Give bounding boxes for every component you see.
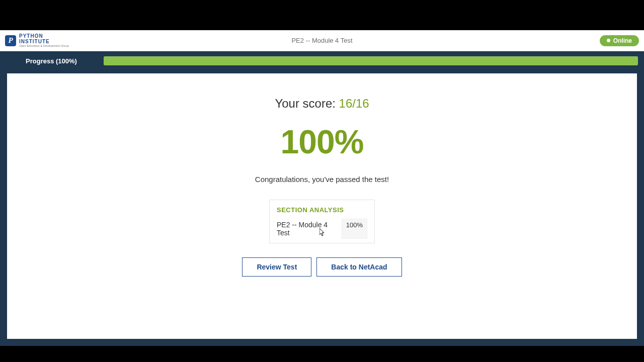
progress-fill xyxy=(104,57,637,65)
status-label: Online xyxy=(613,37,632,44)
button-row: Review Test Back to NetAcad xyxy=(242,257,401,277)
page-title: PE2 -- Module 4 Test xyxy=(291,37,352,44)
stage-wrap: Your score: 16/16 100% Congratulations, … xyxy=(0,70,644,346)
progress-label: Progress (100%) xyxy=(6,57,97,65)
logo-subtitle: Open Education & Development Group xyxy=(19,44,69,47)
section-row: PE2 -- Module 4 Test 100% xyxy=(277,219,367,239)
section-name: PE2 -- Module 4 Test xyxy=(277,219,342,239)
logo-line1: PYTHON xyxy=(19,34,69,39)
score-percent: 100% xyxy=(281,123,364,161)
progress-bar-section: Progress (100%) xyxy=(0,51,644,70)
section-analysis-title: SECTION ANALYSIS xyxy=(277,206,367,214)
score-line: Your score: 16/16 xyxy=(275,97,369,111)
score-value: 16/16 xyxy=(339,97,369,110)
back-to-netacad-button[interactable]: Back to NetAcad xyxy=(316,257,401,277)
online-status-badge[interactable]: Online xyxy=(600,35,639,46)
logo-block[interactable]: P PYTHON INSTITUTE Open Education & Deve… xyxy=(5,34,69,47)
congrats-message: Congratulations, you've passed the test! xyxy=(255,175,389,184)
logo-line2: INSTITUTE xyxy=(19,39,69,45)
status-dot-icon xyxy=(607,39,610,42)
logo-icon: P xyxy=(5,35,16,46)
review-test-button[interactable]: Review Test xyxy=(242,257,311,277)
header-bar: P PYTHON INSTITUTE Open Education & Deve… xyxy=(0,30,644,51)
score-prefix: Your score: xyxy=(275,97,339,110)
results-panel: Your score: 16/16 100% Congratulations, … xyxy=(7,73,637,339)
section-analysis-box: SECTION ANALYSIS PE2 -- Module 4 Test 10… xyxy=(269,200,375,243)
letterbox-top xyxy=(0,0,644,30)
section-percent: 100% xyxy=(342,219,367,239)
letterbox-bottom xyxy=(0,346,644,362)
progress-track xyxy=(104,56,638,65)
